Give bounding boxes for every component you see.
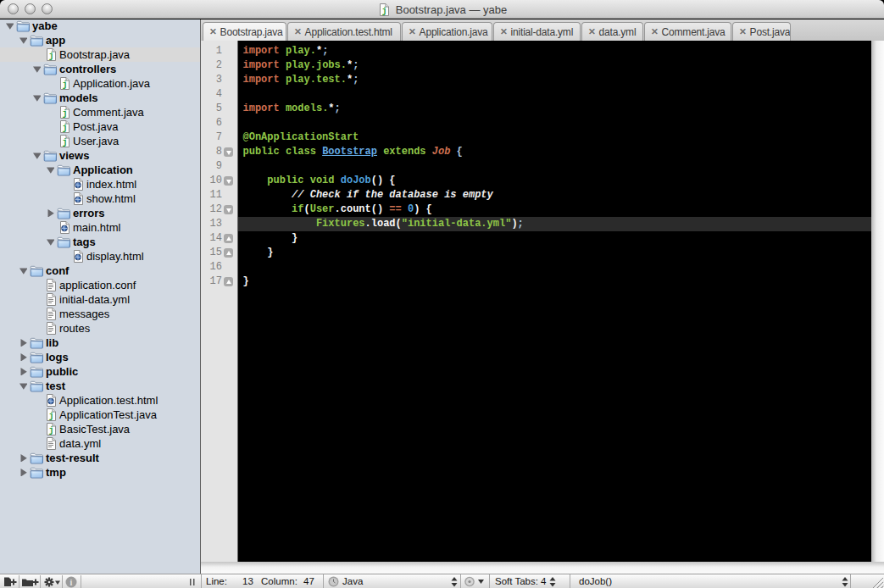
svg-text:i: i: [70, 578, 73, 587]
